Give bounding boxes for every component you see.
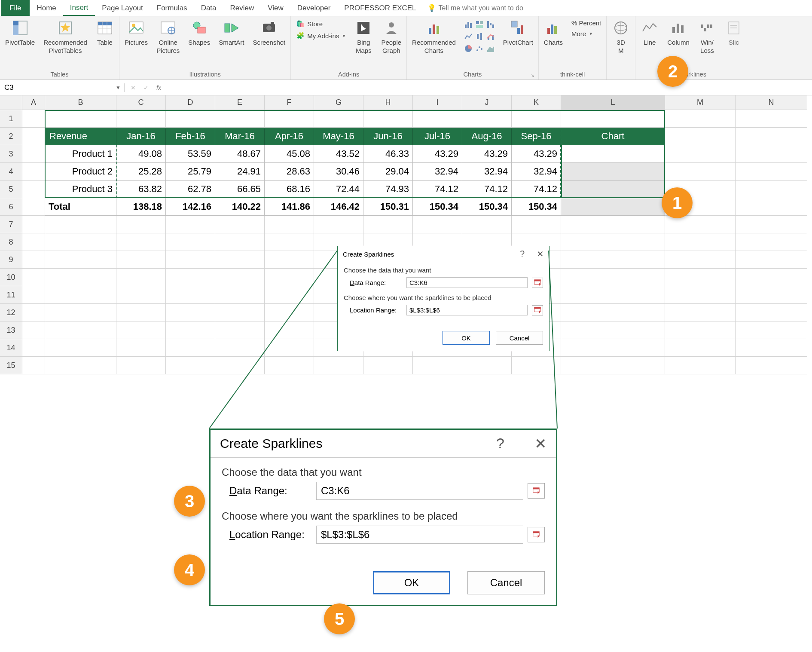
table-button[interactable]: Table xyxy=(93,18,116,48)
cell-I1[interactable] xyxy=(413,110,462,128)
help-icon[interactable]: ? xyxy=(496,435,504,452)
name-box-dropdown-icon[interactable]: ▼ xyxy=(116,85,121,91)
cell-C10[interactable] xyxy=(116,269,166,286)
cell-H6[interactable]: 150.31 xyxy=(363,198,413,216)
cell-E7[interactable] xyxy=(215,216,265,233)
cancel-button-zoom[interactable]: Cancel xyxy=(467,571,545,594)
cell-L15[interactable] xyxy=(561,357,665,374)
col-header-K[interactable]: K xyxy=(512,95,561,110)
cell-N14[interactable] xyxy=(736,339,807,357)
cell-C3[interactable]: 49.08 xyxy=(116,145,166,163)
cell-F9[interactable] xyxy=(265,251,314,269)
slicer-button[interactable]: Slic xyxy=(722,18,745,48)
cell-N10[interactable] xyxy=(736,269,807,286)
my-addins-button[interactable]: 🧩My Add-ins ▼ xyxy=(293,30,348,41)
cell-L3[interactable] xyxy=(561,145,665,163)
hierarchy-chart-icon[interactable] xyxy=(475,20,484,29)
fx-icon[interactable]: fx xyxy=(156,84,161,91)
cell-N13[interactable] xyxy=(736,321,807,339)
cell-G1[interactable] xyxy=(314,110,363,128)
tab-developer[interactable]: Developer xyxy=(290,0,338,16)
cell-B15[interactable] xyxy=(45,357,116,374)
bing-maps-button[interactable]: Bing Maps xyxy=(352,18,375,56)
cell-D8[interactable] xyxy=(166,233,215,251)
cell-F7[interactable] xyxy=(265,216,314,233)
cancel-button[interactable]: Cancel xyxy=(496,331,543,345)
pivotchart-button[interactable]: PivotChart xyxy=(501,18,536,48)
screenshot-button[interactable]: Screenshot xyxy=(250,18,288,48)
cell-A5[interactable] xyxy=(22,181,45,198)
cell-M13[interactable] xyxy=(665,321,736,339)
cell-N6[interactable] xyxy=(736,198,807,216)
cell-M4[interactable] xyxy=(665,163,736,181)
tab-page-layout[interactable]: Page Layout xyxy=(95,0,150,16)
cell-M14[interactable] xyxy=(665,339,736,357)
cell-E13[interactable] xyxy=(215,321,265,339)
cell-D5[interactable]: 62.78 xyxy=(166,181,215,198)
cell-B12[interactable] xyxy=(45,304,116,321)
cell-L13[interactable] xyxy=(561,321,665,339)
cell-M2[interactable] xyxy=(665,128,736,145)
cancel-formula-icon[interactable]: ✕ xyxy=(131,84,136,91)
cell-G4[interactable]: 30.46 xyxy=(314,163,363,181)
cell-J5[interactable]: 74.12 xyxy=(462,181,512,198)
recommended-charts-button[interactable]: Recommended Charts xyxy=(409,18,458,56)
cell-K3[interactable]: 43.29 xyxy=(512,145,561,163)
cell-J1[interactable] xyxy=(462,110,512,128)
cell-H3[interactable]: 46.33 xyxy=(363,145,413,163)
cell-N9[interactable] xyxy=(736,251,807,269)
cell-N2[interactable] xyxy=(736,128,807,145)
col-header-N[interactable]: N xyxy=(736,95,807,110)
cell-D2[interactable]: Feb-16 xyxy=(166,128,215,145)
cell-D1[interactable] xyxy=(166,110,215,128)
cell-L9[interactable] xyxy=(561,251,665,269)
cell-C2[interactable]: Jan-16 xyxy=(116,128,166,145)
cell-I5[interactable]: 74.12 xyxy=(413,181,462,198)
cell-J2[interactable]: Aug-16 xyxy=(462,128,512,145)
cell-F1[interactable] xyxy=(265,110,314,128)
cell-A2[interactable] xyxy=(22,128,45,145)
cell-A1[interactable] xyxy=(22,110,45,128)
data-range-input-zoom[interactable] xyxy=(316,482,523,500)
cell-A12[interactable] xyxy=(22,304,45,321)
cell-H1[interactable] xyxy=(363,110,413,128)
cell-D10[interactable] xyxy=(166,269,215,286)
cell-E6[interactable]: 140.22 xyxy=(215,198,265,216)
cell-A11[interactable] xyxy=(22,286,45,304)
cell-D12[interactable] xyxy=(166,304,215,321)
cell-E12[interactable] xyxy=(215,304,265,321)
row-header-10[interactable]: 10 xyxy=(0,269,22,286)
cell-B2[interactable]: Revenue xyxy=(45,128,116,145)
cell-G5[interactable]: 72.44 xyxy=(314,181,363,198)
cell-I2[interactable]: Jul-16 xyxy=(413,128,462,145)
row-header-2[interactable]: 2 xyxy=(0,128,22,145)
name-box[interactable]: C3▼ xyxy=(0,83,125,92)
col-header-A[interactable]: A xyxy=(22,95,45,110)
ok-button-zoom[interactable]: OK xyxy=(373,571,450,594)
cell-B1[interactable] xyxy=(45,110,116,128)
col-header-D[interactable]: D xyxy=(166,95,215,110)
range-picker-icon[interactable] xyxy=(528,527,545,542)
cell-B6[interactable]: Total xyxy=(45,198,116,216)
cell-G15[interactable] xyxy=(314,357,363,374)
close-icon[interactable]: ✕ xyxy=(534,435,546,452)
cell-L12[interactable] xyxy=(561,304,665,321)
cell-E9[interactable] xyxy=(215,251,265,269)
smartart-button[interactable]: SmartArt xyxy=(216,18,247,48)
online-pictures-button[interactable]: Online Pictures xyxy=(154,18,182,56)
cell-L14[interactable] xyxy=(561,339,665,357)
cell-F3[interactable]: 45.08 xyxy=(265,145,314,163)
cell-N7[interactable] xyxy=(736,216,807,233)
cell-E2[interactable]: Mar-16 xyxy=(215,128,265,145)
row-header-8[interactable]: 8 xyxy=(0,233,22,251)
cell-H5[interactable]: 74.93 xyxy=(363,181,413,198)
cell-G2[interactable]: May-16 xyxy=(314,128,363,145)
range-picker-icon[interactable] xyxy=(532,278,543,288)
cell-F14[interactable] xyxy=(265,339,314,357)
cell-E15[interactable] xyxy=(215,357,265,374)
cell-M15[interactable] xyxy=(665,357,736,374)
tell-me-search[interactable]: 💡 Tell me what you want to do xyxy=(423,0,528,16)
cell-C14[interactable] xyxy=(116,339,166,357)
pivottable-button[interactable]: PivotTable xyxy=(3,18,37,48)
cell-H4[interactable]: 29.04 xyxy=(363,163,413,181)
